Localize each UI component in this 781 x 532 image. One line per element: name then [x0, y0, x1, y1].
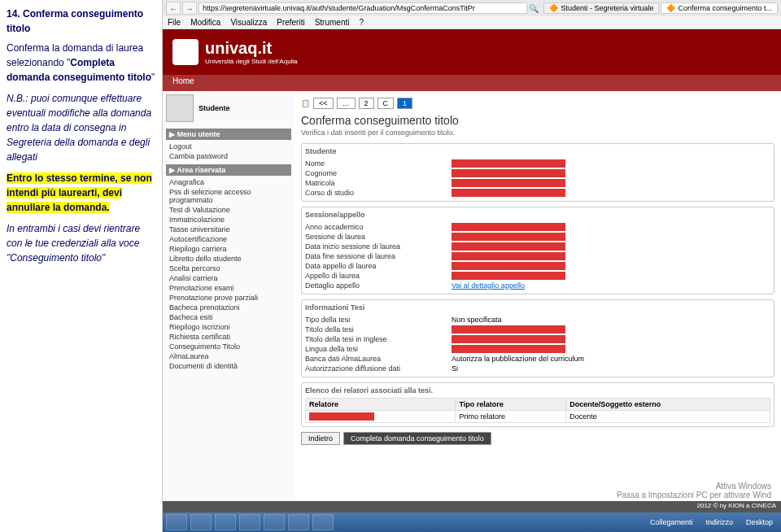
menubar: File Modifica Visualizza Preferiti Strum… [163, 16, 781, 29]
section-sessione: Sessione/appello Anno accademicoSessione… [301, 207, 774, 294]
relatori-table: RelatoreTipo relatoreDocente/Soggetto es… [305, 398, 770, 423]
bc-dots[interactable]: … [337, 98, 356, 109]
sidebar-item-13[interactable]: Bacheca esiti [166, 312, 291, 322]
menu-visualizza[interactable]: Visualizza [230, 18, 267, 27]
instruction-title: 14. Conferma conseguimento titolo [7, 7, 155, 36]
sidebar-item-14[interactable]: Riepilogo iscrizioni [166, 322, 291, 332]
main-content: 📋 << … 2 C 1 Conferma conseguimento tito… [295, 91, 781, 501]
breadcrumb: 📋 << … 2 C 1 [301, 98, 774, 109]
back-button[interactable]: Indietro [301, 432, 340, 445]
instruction-p2: N.B.: puoi comunque effettuare eventuali… [7, 91, 155, 164]
sidebar-item-8[interactable]: Scelta percorso [166, 264, 291, 273]
detail-link[interactable]: Vai al dettaglio appello [452, 281, 525, 290]
page-footer: 2012 © by KION a CINECA [163, 501, 781, 512]
brand-subtitle: Università degli Studi dell'Aquila [205, 58, 298, 65]
home-link[interactable]: Home [163, 75, 781, 91]
tab-2[interactable]: 🔶Conferma conseguimento t... [661, 2, 778, 14]
table-row: Primo relatoreDocente [306, 411, 770, 423]
sidebar-head-area-riservata: ▶ Area riservata [166, 164, 291, 176]
section-relatori: Elenco dei relatori associati alla tesi.… [301, 382, 774, 427]
sidebar-item-7[interactable]: Libretto dello studente [166, 254, 291, 264]
start-button[interactable] [166, 514, 187, 530]
instruction-p3: Entro lo stesso termine, se non intendi … [7, 171, 155, 215]
submit-button[interactable]: Completa domanda conseguimento titolo [343, 432, 491, 445]
activate-windows: Attiva WindowsPassa a Impostazioni PC pe… [617, 482, 771, 499]
sidebar-logout[interactable]: Logout [166, 142, 291, 151]
redacted [452, 159, 565, 168]
redacted [452, 233, 565, 241]
sidebar-cambia-password[interactable]: Cambia password [166, 151, 291, 161]
page-subtitle: Verifica i dati inseriti per il consegui… [301, 129, 774, 137]
sidebar-item-11[interactable]: Prenotazione prove parziali [166, 293, 291, 303]
taskbar-word-icon[interactable] [312, 514, 334, 530]
sidebar-item-5[interactable]: Autocertificazione [166, 234, 291, 244]
taskbar: Collegamenti Indirizzo Desktop [163, 512, 781, 532]
menu-help[interactable]: ? [359, 18, 364, 27]
sidebar-item-1[interactable]: Pss di selezione accesso programmato [166, 187, 291, 205]
address-bar[interactable]: https://segreteriavirtuale.univaq.it/aut… [199, 2, 527, 14]
sidebar-item-15[interactable]: Richiesta certificati [166, 332, 291, 342]
sidebar: Studente ▶ Menu utente Logout Cambia pas… [163, 91, 295, 501]
sidebar-item-10[interactable]: Prenotazione esami [166, 283, 291, 293]
menu-preferiti[interactable]: Preferiti [277, 18, 304, 27]
redacted [452, 223, 565, 231]
sidebar-item-17[interactable]: AlmaLaurea [166, 351, 291, 361]
univaq-logo [172, 39, 199, 65]
menu-modifica[interactable]: Modifica [190, 18, 220, 27]
sidebar-item-18[interactable]: Documenti di identità [166, 361, 291, 371]
sidebar-item-0[interactable]: Anagrafica [166, 177, 291, 187]
section-tesi: Informazioni Tesi Tipo della tesiNon spe… [301, 299, 774, 377]
redacted [452, 179, 565, 187]
sidebar-head-menu-utente: ▶ Menu utente [166, 129, 291, 140]
taskbar-ie-icon[interactable] [215, 514, 236, 530]
sidebar-item-6[interactable]: Riepilogo carriera [166, 244, 291, 254]
taskbar-chrome-icon[interactable] [239, 514, 260, 530]
redacted [452, 242, 565, 251]
brand-name: univaq.it [205, 39, 298, 58]
sidebar-item-9[interactable]: Analisi carriera [166, 273, 291, 283]
favicon-1: 🔶 [549, 4, 558, 12]
sidebar-item-4[interactable]: Tasse universitarie [166, 225, 291, 234]
redacted [452, 335, 565, 343]
redacted [452, 345, 565, 353]
redacted [452, 272, 565, 280]
taskbar-app-icon[interactable] [288, 514, 309, 530]
tab-1[interactable]: 🔶Studenti - Segreteria virtuale [543, 2, 659, 14]
bc-back[interactable]: << [313, 98, 334, 109]
taskbar-excel-icon[interactable] [264, 514, 285, 530]
instruction-p4: In entrambi i casi devi rientrare con le… [7, 221, 155, 265]
nav-back-button[interactable]: ← [166, 2, 181, 15]
avatar [166, 94, 194, 122]
page-title: Conferma conseguimento titolo [301, 114, 774, 127]
bc-1[interactable]: 1 [397, 98, 412, 109]
bc-c[interactable]: C [377, 98, 395, 109]
favicon-2: 🔶 [666, 4, 675, 12]
redacted [452, 325, 565, 334]
redacted [452, 262, 565, 270]
taskbar-indirizzo[interactable]: Indirizzo [700, 518, 738, 526]
bc-2[interactable]: 2 [359, 98, 374, 109]
redacted [309, 412, 374, 421]
sidebar-item-16[interactable]: Conseguimento Titolo [166, 342, 291, 351]
nav-forward-button[interactable]: → [182, 2, 197, 15]
menu-strumenti[interactable]: Strumenti [315, 18, 350, 27]
taskbar-icon[interactable] [190, 514, 212, 530]
redacted [452, 189, 565, 197]
sidebar-item-2[interactable]: Test di Valutazione [166, 205, 291, 215]
browser-titlebar: ← → https://segreteriavirtuale.univaq.it… [163, 0, 781, 16]
search-icon[interactable]: 🔍 [529, 4, 539, 13]
user-label: Studente [199, 104, 230, 112]
site-banner: univaq.it Università degli Studi dell'Aq… [163, 29, 781, 75]
taskbar-collegamenti[interactable]: Collegamenti [645, 518, 698, 526]
instruction-p1: Conferma la domanda di laurea selezionan… [7, 41, 155, 85]
taskbar-desktop[interactable]: Desktop [741, 518, 778, 526]
sidebar-item-12[interactable]: Bacheca prenotazioni [166, 303, 291, 312]
redacted [452, 252, 565, 260]
section-studente: Studente NomeCognomeMatricolaCorso di st… [301, 143, 774, 202]
menu-file[interactable]: File [168, 18, 181, 27]
sidebar-item-3[interactable]: Immatricolazione [166, 215, 291, 225]
redacted [452, 169, 565, 177]
